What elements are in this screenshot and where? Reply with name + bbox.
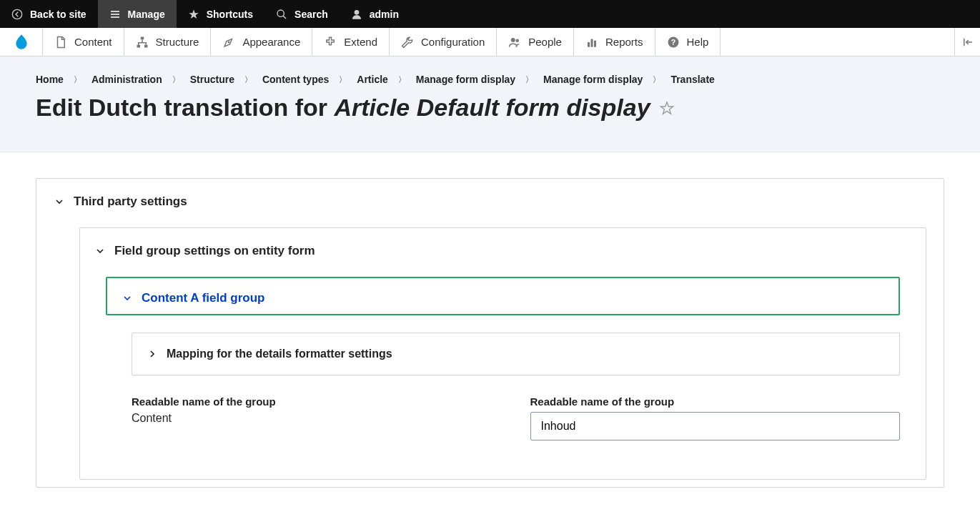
content-icon xyxy=(54,36,67,49)
tab-reports[interactable]: Reports xyxy=(574,28,655,56)
search-icon xyxy=(276,9,287,20)
configuration-icon xyxy=(401,36,414,49)
help-icon: ? xyxy=(667,36,680,49)
tab-appearance[interactable]: Appearance xyxy=(211,28,312,56)
appearance-icon xyxy=(222,36,235,49)
svg-point-6 xyxy=(228,41,230,43)
svg-rect-11 xyxy=(594,40,596,46)
tab-help-label: Help xyxy=(687,36,709,48)
star-outline-icon[interactable] xyxy=(659,100,675,116)
breadcrumb: Home〉 Administration〉 Structure〉 Content… xyxy=(36,74,944,85)
tab-people-label: People xyxy=(528,36,562,48)
drupal-logo[interactable] xyxy=(0,28,43,56)
field-group-settings-block: Field group settings on entity form Cont… xyxy=(79,227,926,480)
manage-label: Manage xyxy=(128,9,165,20)
tab-reports-label: Reports xyxy=(605,36,643,48)
page-title-prefix: Edit Dutch translation for xyxy=(36,94,334,121)
content-a-field-group-block: Content A field group xyxy=(106,277,900,315)
content-a-wrapper: Content A field group Mapping for the de… xyxy=(106,277,900,462)
tab-content[interactable]: Content xyxy=(43,28,124,56)
third-party-label: Third party settings xyxy=(74,195,187,209)
chevron-down-icon xyxy=(122,292,133,304)
breadcrumb-admin[interactable]: Administration xyxy=(91,74,162,85)
admin-label: admin xyxy=(370,9,399,20)
breadcrumb-translate[interactable]: Translate xyxy=(670,74,714,85)
tab-configuration[interactable]: Configuration xyxy=(390,28,497,56)
tab-structure-label: Structure xyxy=(156,36,199,48)
breadcrumb-mfd2[interactable]: Manage form display xyxy=(543,74,643,85)
svg-point-1 xyxy=(277,10,284,16)
content-a-summary[interactable]: Content A field group xyxy=(122,288,884,308)
mapping-block: Mapping for the details formatter settin… xyxy=(132,333,900,375)
tab-configuration-label: Configuration xyxy=(421,36,485,48)
mapping-label: Mapping for the details formatter settin… xyxy=(167,348,392,360)
tray-toggle[interactable] xyxy=(954,28,980,56)
tab-help[interactable]: ? Help xyxy=(655,28,721,56)
header-region: Home〉 Administration〉 Structure〉 Content… xyxy=(0,56,980,152)
mapping-summary[interactable]: Mapping for the details formatter settin… xyxy=(147,345,885,363)
drupal-icon xyxy=(12,33,31,51)
chevron-right-icon: 〉 xyxy=(525,74,533,85)
field-group-summary[interactable]: Field group settings on entity form xyxy=(80,241,926,261)
content-a-label: Content A field group xyxy=(142,291,265,305)
tab-structure[interactable]: Structure xyxy=(124,28,212,56)
chevron-right-icon: 〉 xyxy=(244,74,252,85)
chevron-down-icon xyxy=(94,245,106,257)
svg-rect-4 xyxy=(137,44,140,47)
chevron-right-icon: 〉 xyxy=(339,74,347,85)
svg-text:?: ? xyxy=(670,37,675,46)
shortcuts-label: Shortcuts xyxy=(207,9,253,20)
field-group-label: Field group settings on entity form xyxy=(114,244,315,258)
chevron-right-icon xyxy=(147,348,158,360)
content-a-body: Mapping for the details formatter settin… xyxy=(132,333,900,462)
menu-icon xyxy=(109,9,121,20)
chevron-right-icon: 〉 xyxy=(74,74,81,85)
star-icon xyxy=(188,9,199,20)
target-label: Readable name of the group xyxy=(530,395,901,408)
manage-button[interactable]: Manage xyxy=(98,0,177,28)
tab-content-label: Content xyxy=(74,36,112,48)
svg-rect-10 xyxy=(590,39,593,46)
toolbar: Back to site Manage Shortcuts Search adm… xyxy=(0,0,980,28)
source-label: Readable name of the group xyxy=(132,395,502,408)
translation-row: Readable name of the group Content Reada… xyxy=(132,395,900,440)
svg-rect-9 xyxy=(588,42,590,47)
structure-icon xyxy=(136,36,149,49)
back-label: Back to site xyxy=(30,9,86,20)
admin-tabs: Content Structure Appearance Extend Conf… xyxy=(0,28,980,56)
tab-appearance-label: Appearance xyxy=(242,36,300,48)
search-label: Search xyxy=(295,9,328,20)
page-title: Edit Dutch translation for Article Defau… xyxy=(36,94,944,122)
chevron-right-icon: 〉 xyxy=(172,74,180,85)
target-input[interactable] xyxy=(530,412,901,440)
chevron-right-icon: 〉 xyxy=(653,74,660,85)
tab-extend-label: Extend xyxy=(344,36,377,48)
chevron-right-icon: 〉 xyxy=(398,74,406,85)
reports-icon xyxy=(585,36,598,49)
search-button[interactable]: Search xyxy=(264,0,340,28)
tab-extend[interactable]: Extend xyxy=(312,28,390,56)
admin-user-button[interactable]: admin xyxy=(340,0,410,28)
tray-icon xyxy=(961,36,974,49)
svg-point-2 xyxy=(354,10,359,15)
svg-rect-3 xyxy=(140,36,144,39)
svg-point-0 xyxy=(12,9,21,19)
svg-rect-5 xyxy=(144,44,148,47)
people-icon xyxy=(508,36,521,49)
back-icon xyxy=(11,9,23,20)
third-party-summary[interactable]: Third party settings xyxy=(54,192,926,212)
svg-point-8 xyxy=(516,39,520,42)
back-to-site-button[interactable]: Back to site xyxy=(0,0,98,28)
main-content: Third party settings Field group setting… xyxy=(0,152,980,507)
third-party-settings-block: Third party settings Field group setting… xyxy=(36,178,944,488)
tab-people[interactable]: People xyxy=(497,28,574,56)
breadcrumb-mfd1[interactable]: Manage form display xyxy=(416,74,515,85)
breadcrumb-article[interactable]: Article xyxy=(357,74,388,85)
user-icon xyxy=(351,9,362,20)
breadcrumb-types[interactable]: Content types xyxy=(262,74,329,85)
breadcrumb-home[interactable]: Home xyxy=(36,74,64,85)
breadcrumb-structure[interactable]: Structure xyxy=(190,74,234,85)
shortcuts-button[interactable]: Shortcuts xyxy=(177,0,264,28)
svg-point-7 xyxy=(511,38,515,42)
extend-icon xyxy=(324,36,337,49)
